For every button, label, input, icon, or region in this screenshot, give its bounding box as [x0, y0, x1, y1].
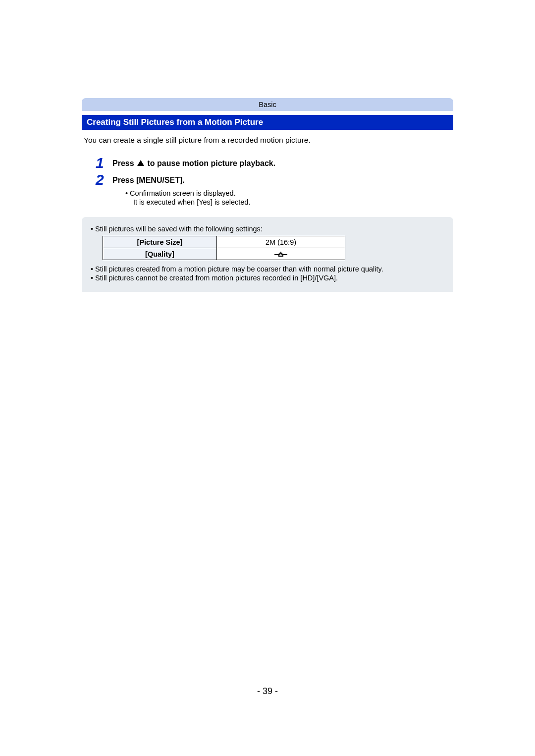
execution-line: It is executed when [Yes] is selected. — [133, 198, 453, 206]
picture-size-value: 2M (16:9) — [217, 236, 345, 248]
notes-box: • Still pictures will be saved with the … — [82, 217, 453, 292]
picture-size-label: [Picture Size] — [103, 236, 217, 248]
step-1-text-pre: Press — [112, 159, 136, 167]
notebox-intro: • Still pictures will be saved with the … — [91, 225, 444, 233]
up-triangle-icon — [137, 160, 144, 166]
quality-value — [217, 248, 345, 260]
note-coarser: • Still pictures created from a motion p… — [91, 265, 444, 273]
confirmation-line: • Confirmation screen is displayed. — [125, 189, 453, 197]
quality-label: [Quality] — [103, 248, 217, 260]
page: Basic Creating Still Pictures from a Mot… — [0, 0, 535, 756]
step-1-text: Press to pause motion picture playback. — [112, 156, 275, 168]
step-1-text-post: to pause motion picture playback. — [145, 159, 275, 167]
note-hd-vga: • Still pictures cannot be created from … — [91, 274, 444, 282]
chapter-bar: Basic — [82, 98, 453, 111]
step-1: 1 Press to pause motion picture playback… — [96, 154, 453, 168]
quality-standard-icon — [274, 251, 287, 258]
settings-table: [Picture Size] 2M (16:9) [Quality] — [103, 236, 345, 260]
step-2-details: • Confirmation screen is displayed. It i… — [125, 189, 453, 206]
page-number: - 39 - — [0, 686, 535, 697]
step-number-2: 2 — [96, 172, 112, 187]
step-2-text: Press [MENU/SET]. — [112, 173, 185, 185]
table-row: [Quality] — [103, 248, 345, 260]
intro-text: You can create a single still picture fr… — [84, 136, 453, 145]
table-row: [Picture Size] 2M (16:9) — [103, 236, 345, 248]
step-number-1: 1 — [96, 156, 112, 170]
step-2: 2 Press [MENU/SET]. — [96, 170, 453, 185]
section-title: Creating Still Pictures from a Motion Pi… — [82, 115, 453, 130]
